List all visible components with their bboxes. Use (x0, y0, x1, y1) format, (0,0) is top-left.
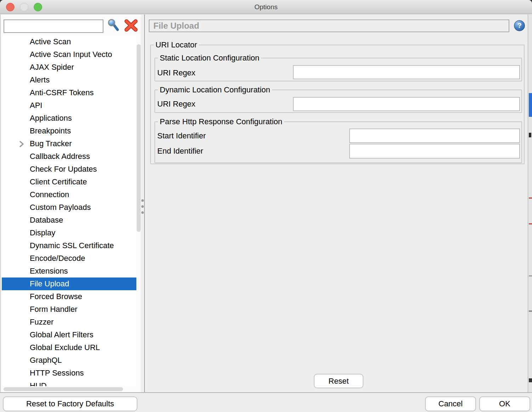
sidebar-item-callback-address[interactable]: Callback Address (2, 150, 136, 163)
sidebar-item-dynamic-ssl-certificate[interactable]: Dynamic SSL Certificate (2, 239, 136, 252)
sidebar-item-fuzzer[interactable]: Fuzzer (2, 316, 136, 328)
dynamic-uri-regex-label: URI Regex (157, 97, 196, 111)
sidebar-item-file-upload[interactable]: File Upload (2, 277, 136, 290)
edge-artifact-dark (529, 378, 532, 382)
sidebar-item-label: Global Exclude URL (30, 343, 100, 352)
start-identifier-label: Start Identifier (157, 128, 206, 143)
titlebar[interactable]: Options (0, 0, 532, 14)
sidebar-item-form-handler[interactable]: Form Handler (2, 303, 136, 316)
sidebar-item-label: Alerts (30, 75, 50, 84)
sidebar-item-label: Active Scan Input Vecto (30, 50, 112, 59)
static-uri-regex-input[interactable] (293, 65, 520, 79)
clear-search-button[interactable] (123, 19, 139, 34)
sidebar-item-active-scan[interactable]: Active Scan (2, 35, 136, 48)
sidebar-item-label: Connection (30, 190, 69, 199)
sidebar-item-label: Database (30, 216, 63, 224)
chevron-right-icon[interactable] (17, 139, 26, 150)
sidebar-item-label: Callback Address (30, 152, 90, 161)
horizontal-scrollbar-thumb[interactable] (4, 387, 123, 391)
sidebar-horizontal-scrollbar[interactable] (2, 387, 136, 392)
dynamic-uri-regex-input[interactable] (293, 97, 520, 111)
edge-artifact-red (529, 198, 532, 199)
sidebar-item-http-sessions[interactable]: HTTP Sessions (2, 367, 136, 379)
cancel-button[interactable]: Cancel (425, 396, 476, 411)
dynamic-location-group-label: Dynamic Location Configuration (158, 85, 272, 95)
sidebar-item-connection[interactable]: Connection (2, 188, 136, 201)
sidebar-item-hud[interactable]: HUD (2, 379, 136, 386)
edge-artifact-gray (529, 275, 532, 276)
sidebar-item-label: Extensions (30, 267, 68, 275)
sidebar-item-label: AJAX Spider (30, 63, 74, 71)
sidebar-item-active-scan-input-vecto[interactable]: Active Scan Input Vecto (2, 48, 136, 61)
edge-artifact-gray (529, 310, 532, 312)
sidebar-item-label: Client Certificate (30, 177, 87, 186)
sidebar-item-label: Encode/Decode (30, 254, 85, 263)
reset-button[interactable]: Reset (314, 374, 363, 388)
search-button[interactable] (106, 18, 121, 34)
sidebar-item-applications[interactable]: Applications (2, 112, 136, 125)
main-panel: File Upload ? URI Locator Static Locatio… (145, 15, 528, 392)
sidebar-item-anti-csrf-tokens[interactable]: Anti-CSRF Tokens (2, 86, 136, 99)
sidebar-item-custom-payloads[interactable]: Custom Payloads (2, 201, 136, 214)
sidebar-item-label: Bug Tracker (30, 139, 72, 148)
clear-x-icon (124, 28, 138, 34)
sidebar-item-label: Anti-CSRF Tokens (30, 88, 94, 97)
ok-button[interactable]: OK (479, 396, 530, 411)
sidebar-item-label: API (30, 101, 42, 110)
parse-http-response-group: Parse Http Response Configuration Start … (154, 121, 522, 163)
sidebar-item-check-for-updates[interactable]: Check For Updates (2, 163, 136, 176)
sidebar-item-global-exclude-url[interactable]: Global Exclude URL (2, 341, 136, 354)
dynamic-location-group: Dynamic Location Configuration URI Regex (154, 90, 522, 113)
sidebar-item-label: Fuzzer (30, 317, 53, 326)
sidebar-item-label: GraphQL (30, 356, 62, 365)
uri-locator-group-label: URI Locator (154, 40, 199, 50)
page-title: File Upload (149, 19, 509, 32)
edge-artifact-blue (529, 93, 532, 117)
sidebar-item-forced-browse[interactable]: Forced Browse (2, 290, 136, 303)
static-location-group-label: Static Location Configuration (158, 53, 261, 63)
help-icon: ? (514, 20, 525, 31)
sidebar-item-alerts[interactable]: Alerts (2, 74, 136, 86)
sidebar-item-display[interactable]: Display (2, 227, 136, 239)
sidebar-item-client-certificate[interactable]: Client Certificate (2, 176, 136, 188)
footer-bar: Reset to Factory Defaults Cancel OK (0, 392, 532, 412)
sidebar-item-label: Dynamic SSL Certificate (30, 241, 114, 250)
sidebar-item-label: Display (30, 228, 55, 237)
sidebar-item-ajax-spider[interactable]: AJAX Spider (2, 61, 136, 74)
search-input[interactable] (4, 19, 103, 33)
sidebar-item-label: HUD (30, 381, 47, 386)
parse-http-response-group-label: Parse Http Response Configuration (158, 117, 284, 126)
sidebar-item-label: File Upload (30, 279, 69, 288)
start-identifier-input[interactable] (349, 128, 520, 143)
options-window: Options (0, 0, 532, 412)
edge-artifact-glyph (529, 133, 531, 137)
sidebar-item-database[interactable]: Database (2, 214, 136, 227)
options-list: Active Scan Active Scan Input Vecto AJAX… (2, 35, 136, 386)
edge-artifact-red (529, 223, 532, 224)
reset-to-factory-defaults-button[interactable]: Reset to Factory Defaults (3, 396, 137, 411)
sidebar: Active Scan Active Scan Input Vecto AJAX… (0, 15, 141, 392)
help-button[interactable]: ? (514, 20, 525, 31)
sidebar-item-global-alert-filters[interactable]: Global Alert Filters (2, 328, 136, 341)
sidebar-item-label: Form Handler (30, 305, 77, 314)
sidebar-item-encode-decode[interactable]: Encode/Decode (2, 252, 136, 265)
sidebar-item-extensions[interactable]: Extensions (2, 265, 136, 277)
sidebar-item-label: Check For Updates (30, 165, 97, 173)
search-icon (107, 29, 120, 34)
sidebar-item-label: Forced Browse (30, 292, 82, 301)
window-title: Options (0, 0, 532, 14)
sidebar-item-graphql[interactable]: GraphQL (2, 354, 136, 367)
sidebar-item-bug-tracker[interactable]: Bug Tracker (2, 137, 136, 150)
vertical-scrollbar-thumb[interactable] (137, 44, 141, 232)
static-location-group: Static Location Configuration URI Regex (154, 58, 522, 81)
sidebar-item-label: Active Scan (30, 37, 71, 46)
sidebar-item-api[interactable]: API (2, 99, 136, 112)
end-identifier-input[interactable] (349, 144, 520, 159)
sidebar-item-breakpoints[interactable]: Breakpoints (2, 125, 136, 137)
background-window-sliver (528, 15, 532, 392)
uri-locator-group: URI Locator Static Location Configuratio… (150, 45, 525, 164)
sidebar-item-label: Breakpoints (30, 126, 71, 135)
splitter-handle[interactable] (141, 15, 145, 392)
sidebar-item-label: Global Alert Filters (30, 330, 94, 339)
static-uri-regex-label: URI Regex (157, 66, 196, 80)
